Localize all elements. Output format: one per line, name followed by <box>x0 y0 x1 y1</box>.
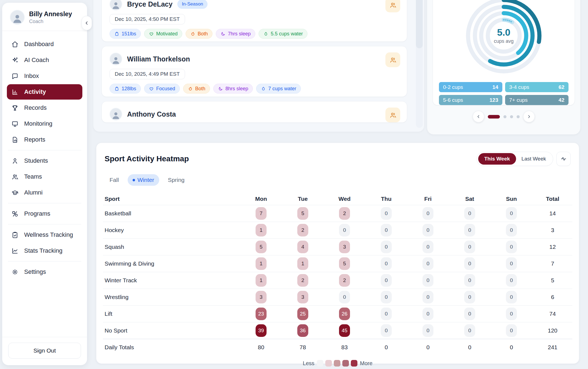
heatmap-cell[interactable]: 0 <box>381 257 392 270</box>
sidebar-item-stats-tracking[interactable]: Stats Tracking <box>7 243 82 258</box>
heatmap-cell[interactable]: 0 <box>422 207 433 220</box>
heatmap-cell[interactable]: 2 <box>297 224 308 236</box>
heatmap-cell[interactable]: 0 <box>381 308 392 320</box>
heatmap-cell[interactable]: 0 <box>422 324 433 337</box>
athlete-group-button[interactable] <box>385 0 400 12</box>
season-tab-fall[interactable]: Fall <box>105 174 124 186</box>
heatmap-cell[interactable]: 3 <box>339 241 350 253</box>
heatmap-cell[interactable]: 0 <box>464 274 475 287</box>
heatmap-cell[interactable]: 3 <box>297 291 308 303</box>
heatmap-cell[interactable]: 0 <box>506 241 517 253</box>
heatmap-cell[interactable]: 3 <box>256 291 267 303</box>
heatmap-cell[interactable]: 0 <box>506 291 517 303</box>
heatmap-cell[interactable]: 2 <box>339 207 350 220</box>
heatmap-cell[interactable]: 0 <box>464 324 475 337</box>
heatmap-cell[interactable]: 0 <box>464 308 475 320</box>
heatmap-cell[interactable]: 0 <box>464 257 475 270</box>
heatmap-cell[interactable]: 23 <box>256 308 267 320</box>
heatmap-cell[interactable]: 0 <box>464 224 475 236</box>
heatmap-cell[interactable]: 5 <box>297 207 308 220</box>
heatmap-cell[interactable]: 26 <box>339 308 350 320</box>
heatmap-cell[interactable]: 0 <box>506 207 517 220</box>
carousel-prev-button[interactable] <box>473 111 484 122</box>
heatmap-cell[interactable]: 2 <box>297 274 308 287</box>
carousel-active-indicator[interactable] <box>488 115 500 119</box>
heatmap-cell[interactable]: 0 <box>422 291 433 303</box>
sign-out-button[interactable]: Sign Out <box>8 343 81 359</box>
heatmap-cell[interactable]: 0 <box>464 241 475 253</box>
carousel-dot[interactable] <box>503 115 506 118</box>
sidebar-item-monitoring[interactable]: Monitoring <box>7 116 82 131</box>
carousel-dot[interactable] <box>517 115 520 118</box>
activity-card[interactable]: William ThorkelsonDec 10, 2025, 4:49 PM … <box>102 46 407 97</box>
heatmap-cell[interactable]: 0 <box>381 324 392 337</box>
row-total: 14 <box>532 210 573 217</box>
heatmap-cell[interactable]: 0 <box>506 224 517 236</box>
sidebar-item-inbox[interactable]: Inbox <box>7 68 82 84</box>
heatmap-cell[interactable]: 39 <box>256 324 267 337</box>
sidebar-item-ai-coach[interactable]: AI Coach <box>7 52 82 68</box>
chart-view-toggle-button[interactable] <box>556 152 571 166</box>
heatmap-cell[interactable]: 0 <box>506 324 517 337</box>
activity-card[interactable]: Bryce DeLacyIn-SeasonDec 10, 2025, 4:50 … <box>102 0 407 42</box>
athlete-group-button[interactable] <box>385 52 400 67</box>
metric-tag-weight: 151lbs <box>110 29 141 39</box>
feed-scrollbar-thumb[interactable] <box>416 0 423 48</box>
sidebar-item-activity[interactable]: Activity <box>7 84 82 100</box>
heatmap-cell[interactable]: 0 <box>422 257 433 270</box>
sidebar-item-wellness-tracking[interactable]: Wellness Tracking <box>7 227 82 243</box>
activity-card[interactable]: Anthony Costa <box>102 101 407 123</box>
sidebar-collapse-button[interactable] <box>82 16 92 30</box>
heatmap-cell[interactable]: 0 <box>506 274 517 287</box>
heatmap-cell[interactable]: 0 <box>381 291 392 303</box>
row-total: 6 <box>532 294 573 300</box>
this-week-button[interactable]: This Week <box>478 153 516 165</box>
heatmap-cell[interactable]: 25 <box>297 308 308 320</box>
sidebar-item-records[interactable]: Records <box>7 100 82 116</box>
sidebar-item-students[interactable]: Students <box>7 153 82 168</box>
athlete-group-button[interactable] <box>385 108 400 122</box>
hydration-bucket-chip: 7+ cups42 <box>505 95 569 105</box>
heatmap-cell[interactable]: 0 <box>422 241 433 253</box>
heatmap-cell[interactable]: 0 <box>422 224 433 236</box>
feed-scrollbar[interactable] <box>416 0 423 128</box>
season-tab-spring[interactable]: Spring <box>163 174 190 186</box>
heatmap-cell[interactable]: 0 <box>381 224 392 236</box>
heatmap-cell[interactable]: 1 <box>256 274 267 287</box>
sidebar-item-alumni[interactable]: Alumni <box>7 185 82 200</box>
column-header: Wed <box>324 196 365 202</box>
heatmap-cell[interactable]: 7 <box>256 207 267 220</box>
legend-swatch <box>351 360 357 367</box>
in-season-badge: In-Season <box>177 0 208 9</box>
heatmap-cell[interactable]: 0 <box>339 224 350 236</box>
heatmap-cell[interactable]: 0 <box>506 308 517 320</box>
heatmap-cell[interactable]: 0 <box>381 241 392 253</box>
sidebar-item-reports[interactable]: Reports <box>7 132 82 147</box>
heatmap-cell[interactable]: 1 <box>256 224 267 236</box>
heatmap-cell[interactable]: 36 <box>297 324 308 337</box>
heatmap-cell[interactable]: 45 <box>339 324 350 337</box>
heatmap-cell[interactable]: 0 <box>339 291 350 303</box>
heatmap-cell[interactable]: 1 <box>297 257 308 270</box>
heatmap-cell[interactable]: 0 <box>464 207 475 220</box>
grand-total: 241 <box>532 344 573 351</box>
heatmap-cell[interactable]: 5 <box>256 241 267 253</box>
carousel-next-button[interactable] <box>523 111 535 122</box>
carousel-dot[interactable] <box>510 115 513 118</box>
heatmap-cell[interactable]: 0 <box>422 274 433 287</box>
heatmap-cell[interactable]: 0 <box>381 274 392 287</box>
heatmap-cell[interactable]: 1 <box>256 257 267 270</box>
sidebar-item-settings[interactable]: Settings <box>7 264 82 280</box>
sidebar-item-programs[interactable]: Programs <box>7 206 82 221</box>
sidebar-item-dashboard[interactable]: Dashboard <box>7 36 82 52</box>
sidebar-item-teams[interactable]: Teams <box>7 169 82 184</box>
heatmap-cell[interactable]: 0 <box>381 207 392 220</box>
season-tab-winter[interactable]: Winter <box>128 174 159 186</box>
heatmap-cell[interactable]: 0 <box>506 257 517 270</box>
heatmap-cell[interactable]: 4 <box>297 241 308 253</box>
heatmap-cell[interactable]: 5 <box>339 257 350 270</box>
heatmap-cell[interactable]: 0 <box>464 291 475 303</box>
last-week-button[interactable]: Last Week <box>516 156 551 162</box>
heatmap-cell[interactable]: 2 <box>339 274 350 287</box>
heatmap-cell[interactable]: 0 <box>422 308 433 320</box>
